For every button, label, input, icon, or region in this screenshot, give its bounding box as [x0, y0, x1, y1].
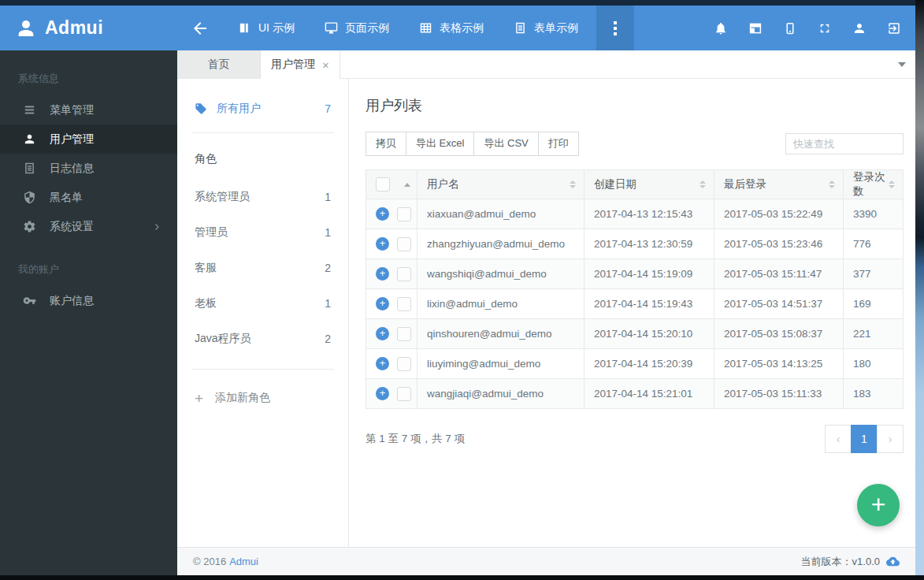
cell-created: 2017-04-13 12:30:59	[584, 229, 714, 259]
expand-row-button[interactable]: +	[376, 267, 389, 281]
export-excel-button[interactable]: 导出 Excel	[406, 132, 474, 156]
brand-user-icon	[14, 17, 38, 40]
add-role-button[interactable]: + 添加新角色	[195, 381, 331, 415]
column-header-username[interactable]: 用户名	[417, 170, 584, 199]
cell-last-login: 2017-05-03 15:11:33	[714, 379, 844, 409]
nav-item-page-samples[interactable]: 页面示例	[310, 6, 404, 50]
copy-button[interactable]: 拷贝	[366, 132, 406, 156]
roles-list: 系统管理员 1 管理员 1 客服 2 老板 1 Java程序员 2	[195, 179, 331, 356]
prev-page-button[interactable]: ‹	[825, 425, 852, 453]
chevron-right-icon: ›	[889, 433, 892, 445]
mobile-icon	[783, 21, 797, 35]
notifications-button[interactable]	[703, 21, 738, 35]
page-1-button[interactable]: 1	[851, 425, 878, 453]
sidebar-item-log-info[interactable]: 日志信息	[0, 154, 177, 183]
role-name: 系统管理员	[195, 190, 250, 204]
log-file-icon	[23, 162, 36, 175]
next-page-button[interactable]: ›	[877, 425, 904, 453]
column-header-last-login[interactable]: 最后登录	[714, 170, 844, 199]
row-checkbox[interactable]	[397, 267, 411, 281]
tabs-dropdown-caret-icon[interactable]	[898, 62, 906, 67]
row-checkbox[interactable]	[397, 297, 411, 311]
plus-icon: +	[195, 391, 203, 406]
role-name: 老板	[195, 296, 217, 310]
nav-item-table-samples[interactable]: 表格示例	[404, 6, 499, 50]
nav-item-form-samples[interactable]: 表单示例	[499, 6, 593, 50]
tab-user-management[interactable]: 用户管理 ×	[260, 50, 340, 79]
role-item[interactable]: 老板 1	[195, 285, 331, 321]
user-icon	[852, 21, 866, 35]
expand-row-button[interactable]: +	[376, 327, 389, 340]
divider	[191, 369, 334, 370]
select-all-header[interactable]	[366, 170, 417, 199]
role-count: 2	[325, 262, 331, 274]
account-button[interactable]	[842, 21, 877, 35]
expand-row-button[interactable]: +	[376, 357, 389, 370]
print-button[interactable]: 打印	[538, 132, 579, 156]
tab-home[interactable]: 首页	[177, 50, 260, 78]
role-item[interactable]: Java程序员 2	[195, 321, 331, 356]
cell-login-count: 776	[844, 229, 904, 259]
sidebar-item-menu-management[interactable]: 菜单管理	[0, 95, 177, 125]
sort-icon	[570, 180, 576, 188]
sidebar-item-system-settings[interactable]: 系统设置	[0, 212, 177, 241]
tab-label: 用户管理	[271, 58, 315, 72]
mobile-view-button[interactable]	[773, 21, 807, 35]
sidebar-item-user-management[interactable]: 用户管理	[0, 125, 177, 154]
add-user-fab[interactable]: +	[857, 484, 900, 526]
sidebar-item-account-info[interactable]: 账户信息	[0, 286, 177, 315]
cell-last-login: 2017-05-03 15:22:49	[714, 199, 844, 229]
select-all-checkbox[interactable]	[376, 177, 390, 191]
role-item[interactable]: 客服 2	[195, 250, 331, 285]
footer-brand-link[interactable]: Admui	[229, 556, 258, 567]
row-checkbox[interactable]	[397, 207, 411, 221]
role-item[interactable]: 管理员 1	[195, 214, 331, 250]
nav-item-label: 页面示例	[345, 21, 389, 35]
cloud-upload-icon[interactable]	[886, 556, 900, 567]
search-input[interactable]	[785, 133, 904, 154]
cell-last-login: 2017-05-03 15:11:47	[714, 259, 844, 289]
pagination-row: 第 1 至 7 项，共 7 项 ‹ 1 ›	[366, 425, 904, 453]
all-users-label: 所有用户	[217, 102, 261, 116]
close-icon[interactable]: ×	[322, 59, 329, 71]
role-item[interactable]: 系统管理员 1	[195, 179, 331, 214]
more-menu-button[interactable]	[596, 6, 634, 50]
cell-created: 2017-04-14 15:21:01	[584, 379, 714, 409]
user-icon	[23, 132, 36, 146]
all-users-filter[interactable]: 所有用户 7	[195, 98, 331, 120]
cell-last-login: 2017-05-03 15:08:37	[714, 319, 844, 349]
row-checkbox[interactable]	[397, 327, 411, 341]
tag-icon	[195, 102, 207, 115]
layout-toggle-button[interactable]	[738, 21, 773, 35]
sidebar-item-label: 日志信息	[50, 162, 94, 176]
brand[interactable]: Admui	[0, 6, 177, 50]
row-checkbox[interactable]	[397, 237, 411, 251]
all-users-count: 7	[325, 102, 331, 115]
row-checkbox[interactable]	[397, 387, 411, 401]
export-csv-button[interactable]: 导出 CSV	[473, 132, 538, 156]
nav-item-ui-samples[interactable]: UI 示例	[223, 6, 310, 50]
sidebar-section-account: 我的账户	[0, 241, 177, 286]
app-footer: © 2016 Admui 当前版本：v1.0.0	[177, 547, 915, 575]
expand-row-button[interactable]: +	[376, 297, 389, 310]
desktop-background-strip	[915, 0, 924, 580]
expand-row-button[interactable]: +	[376, 207, 389, 221]
logout-button[interactable]	[877, 21, 911, 35]
row-checkbox[interactable]	[397, 357, 411, 371]
sidebar: 系统信息 菜单管理 用户管理 日志信息 黑名单 系统设置 我的账户	[0, 50, 177, 575]
sidebar-item-label: 菜单管理	[50, 103, 94, 117]
add-role-label: 添加新角色	[215, 391, 270, 405]
expand-row-button[interactable]: +	[376, 387, 389, 400]
sidebar-item-blacklist[interactable]: 黑名单	[0, 183, 177, 212]
column-header-login-count[interactable]: 登录次数	[844, 170, 904, 199]
cell-created: 2017-04-14 15:19:43	[584, 289, 714, 319]
sort-asc-icon	[404, 183, 410, 187]
fullscreen-button[interactable]	[807, 21, 842, 35]
bell-icon	[714, 21, 728, 35]
divider	[191, 132, 334, 133]
back-button[interactable]	[177, 6, 223, 50]
pager: ‹ 1 ›	[825, 425, 904, 453]
column-header-created[interactable]: 创建日期	[584, 170, 714, 199]
nav-item-label: UI 示例	[258, 21, 295, 35]
expand-row-button[interactable]: +	[376, 237, 389, 251]
